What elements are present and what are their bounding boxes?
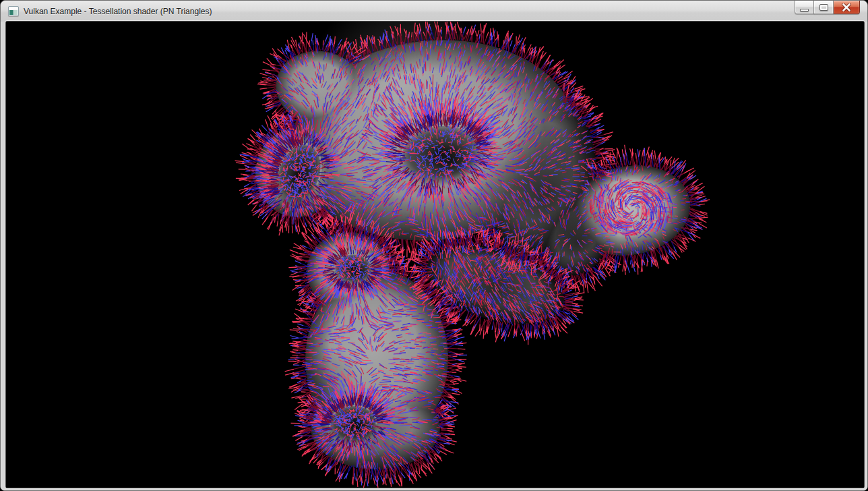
minimize-icon [800, 9, 809, 11]
app-icon-pane-left [9, 10, 13, 15]
window-title: Vulkan Example - Tessellation shader (PN… [24, 7, 212, 16]
close-button[interactable] [834, 1, 860, 14]
render-client-area [6, 22, 864, 488]
app-icon[interactable] [8, 6, 19, 16]
viewport-3d-canvas[interactable] [6, 22, 864, 488]
app-window: Vulkan Example - Tessellation shader (PN… [0, 0, 868, 491]
window-controls [795, 1, 860, 14]
app-icon-titlebar [9, 7, 18, 9]
title-bar[interactable]: Vulkan Example - Tessellation shader (PN… [1, 1, 867, 22]
app-icon-pane-right [14, 10, 18, 15]
minimize-button[interactable] [795, 1, 814, 14]
close-icon [842, 3, 851, 11]
maximize-icon [819, 4, 828, 11]
maximize-button[interactable] [814, 1, 834, 14]
